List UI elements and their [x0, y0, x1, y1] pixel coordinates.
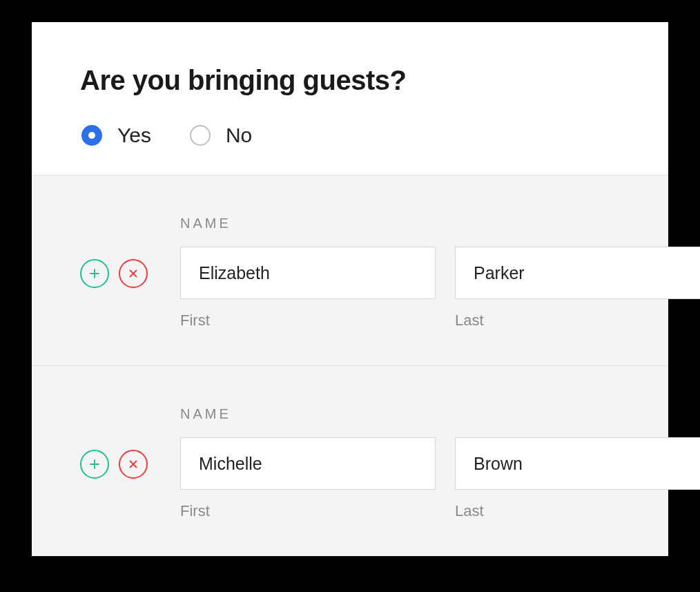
radio-label-yes: Yes: [117, 124, 151, 147]
radio-selected-icon: [81, 125, 102, 146]
radio-unselected-icon: [190, 125, 211, 146]
first-name-label: First: [180, 502, 436, 520]
close-icon: [127, 267, 139, 280]
close-icon: [127, 458, 139, 470]
radio-option-yes[interactable]: Yes: [81, 124, 151, 147]
name-fields: First Last: [180, 437, 700, 520]
radio-option-no[interactable]: No: [190, 124, 252, 147]
first-name-input[interactable]: [180, 437, 436, 490]
guest-list: NAME First La: [32, 175, 668, 556]
name-fields: First Last: [180, 247, 700, 330]
plus-icon: [88, 267, 101, 280]
radio-group-guests: Yes No: [80, 124, 620, 147]
first-name-input[interactable]: [180, 247, 436, 299]
last-name-label: Last: [455, 312, 700, 330]
plus-icon: [88, 458, 101, 470]
last-name-input[interactable]: [455, 437, 700, 490]
name-section-label: NAME: [180, 406, 620, 422]
guest-row: NAME First La: [32, 366, 668, 556]
last-name-label: Last: [455, 502, 700, 520]
form-card: Are you bringing guests? Yes No NAME: [32, 22, 668, 556]
add-guest-button[interactable]: [80, 259, 109, 288]
row-actions: [80, 437, 180, 479]
add-guest-button[interactable]: [80, 450, 109, 479]
form-header: Are you bringing guests? Yes No: [32, 22, 668, 175]
radio-label-no: No: [226, 124, 252, 147]
remove-guest-button[interactable]: [119, 259, 148, 288]
row-actions: [80, 247, 180, 288]
last-name-input[interactable]: [455, 247, 700, 299]
name-section-label: NAME: [180, 216, 620, 231]
remove-guest-button[interactable]: [119, 450, 148, 479]
question-title: Are you bringing guests?: [80, 65, 620, 96]
first-name-label: First: [180, 312, 436, 330]
guest-row: NAME First La: [32, 175, 668, 366]
